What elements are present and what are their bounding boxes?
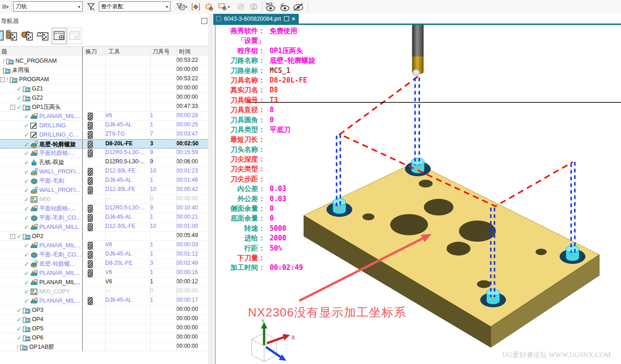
tree-row-NC_PROGRAM[interactable]: !NC_PROGRAM00:53:22: [0, 56, 208, 66]
tool-change-icon: [88, 141, 93, 149]
tool-change-icon: [88, 205, 93, 213]
tree-row-平面-毛刺_CO...[interactable]: ✓平面-毛刺_CO...DJ6-45-AL100:00:21: [0, 213, 208, 222]
check-icon: ✓: [24, 131, 29, 138]
hide-all-button[interactable]: [292, 1, 305, 12]
column-header-tool-number[interactable]: 刀具号: [152, 48, 170, 56]
tool-cell: D8-20L-FE: [105, 260, 150, 266]
row-label: GZ2: [32, 95, 43, 101]
wcs-orient-button[interactable]: [203, 1, 215, 12]
planar2-icon: [30, 251, 38, 258]
row-label: OP1压两头: [32, 103, 61, 111]
tool-number-cell: 1: [150, 121, 176, 128]
overlay-line: 转速：5000: [213, 224, 407, 233]
machining-method-view-button[interactable]: [36, 28, 50, 43]
tree-row-DRILLING_C...[interactable]: ✓DRILLING_C...ZT9-TG700:03:47: [0, 130, 208, 139]
tree-row-平面-毛刺_CO...[interactable]: ✓平面-毛刺_CO...DJ6-45-AL100:01:12: [0, 250, 208, 259]
show-only-button[interactable]: [235, 1, 247, 12]
tree-row-WALL_PROFI...[interactable]: ✓WALL_PROFI...D12-30L-FE1000:01:23: [0, 167, 208, 176]
tool-number-cell: 10: [150, 167, 176, 174]
tree-row-平面轮廓铣-...[interactable]: ✓平面轮廓铣-...D12R0.5-L30-...900:15:59: [0, 149, 208, 158]
reset-filter-button[interactable]: [85, 1, 97, 12]
close-window-button[interactable]: [67, 28, 82, 44]
tool-number-cell: 1: [150, 241, 176, 248]
tree-row-PLANAR_MIL...[interactable]: ✓PLANAR_MIL...DJ6-45-AL100:00:17: [0, 296, 208, 305]
program-order-view-button[interactable]: [0, 28, 4, 43]
column-header-tool[interactable]: 工具: [109, 48, 120, 56]
tree-row-底壁-轮廓螺...[interactable]: ✓底壁-轮廓螺...D8-20L-FE300:02:49: [0, 259, 208, 269]
column-header-tool-change[interactable]: 换刀: [85, 48, 97, 56]
time-cell: 00:10:40: [176, 204, 208, 211]
show-datum-button[interactable]: [278, 1, 291, 12]
close-tab-icon[interactable]: ×: [292, 16, 295, 22]
rect-target-button[interactable]: ▾: [216, 1, 232, 12]
tree-row-PLANAR_MIL...[interactable]: ✓PLANAR_MIL...V6100:00:03: [0, 241, 208, 250]
show-product-outline-button[interactable]: [247, 1, 259, 12]
tree-row-未用项[interactable]: 未用项00:00:00: [0, 66, 208, 75]
overlay-label: 底面余量：: [213, 214, 265, 223]
bottom-icon: [30, 141, 38, 148]
row-label: 孔铣-双旋: [39, 159, 64, 167]
tool-change-cell: [82, 296, 105, 305]
overlay-label: 刀路坐标：: [213, 66, 265, 76]
tool-change-cell: [82, 130, 105, 139]
tree-row-PLANAR_MILL[interactable]: ✓PLANAR_MILLD12-30L-FE1000:01:00: [0, 222, 208, 232]
tree-row-OP1压两头[interactable]: −✓OP1压两头00:47:33: [0, 102, 208, 112]
assembly-filter-dropdown[interactable]: 整个装配▾: [99, 1, 170, 12]
tool-change-cell: [82, 140, 105, 149]
fit-selection-button[interactable]: [190, 1, 202, 12]
view-filter-dropdown[interactable]: 刀轨▾: [13, 1, 83, 12]
tree-row-M00[interactable]: ✓M00---000:00:00: [0, 195, 208, 204]
check-icon: ✓: [24, 178, 29, 185]
cube-target-icon: [204, 2, 214, 12]
machine-tool-view-button[interactable]: [5, 28, 18, 43]
tool-change-icon: [88, 149, 93, 157]
filter-list-button[interactable]: ▾: [174, 1, 189, 12]
tree-row-GZ1[interactable]: ✓GZ100:00:00: [0, 84, 208, 93]
tree-row-GZ2[interactable]: ✓GZ200:00:00: [0, 93, 208, 102]
part-tab[interactable]: 6043-3-600820084.prt ×: [213, 14, 299, 24]
overlay-label: 刀路名称：: [213, 56, 265, 66]
expander-icon[interactable]: −: [0, 77, 5, 82]
tree-row-WALL_PROFI...[interactable]: ✓WALL_PROFI...D12-30L-FE1000:00:42: [0, 185, 208, 195]
show-mcs-button[interactable]: MCS: [264, 1, 277, 12]
row-label: PLANAR_MIL...: [39, 270, 80, 276]
folder-icon: [6, 58, 14, 65]
tree-row-OP1AB胶[interactable]: !OP1AB胶00:00:00: [0, 342, 208, 352]
expander-icon[interactable]: −: [10, 105, 15, 110]
tool-number-cell: 9: [150, 149, 176, 155]
time-cell: 00:00:00: [176, 287, 208, 294]
tree-row-M00_COPY[interactable]: ✓M00_COPY---000:00:00: [0, 287, 208, 296]
column-header-name[interactable]: 题: [1, 48, 7, 56]
column-header-time[interactable]: 时间: [179, 48, 191, 56]
tree-row-OP2[interactable]: −✓OP200:05:49: [0, 232, 208, 241]
tree-row-平面轮廓铣-...[interactable]: ✓平面轮廓铣-...D12R0.5-L30-...900:10:40: [0, 204, 208, 213]
check-icon: ✓: [24, 251, 29, 258]
panel-float-button[interactable]: [201, 18, 207, 24]
tool-change-cell: [82, 149, 105, 158]
tree-row-DRILLING[interactable]: ✓DRILLINGDJ6-45-AL100:00:25: [0, 121, 208, 130]
tree-row-PLANAR_MIL...[interactable]: ✓PLANAR_MIL...V6100:00:28: [0, 112, 208, 121]
time-cell: 00:00:42: [176, 186, 208, 192]
tool-tree-icon: [5, 29, 18, 42]
expander-icon[interactable]: −: [10, 234, 15, 239]
geometry-view-button[interactable]: [20, 28, 34, 43]
tree-row-PROGRAM[interactable]: −!PROGRAM00:53:22: [0, 75, 208, 84]
time-cell: 00:00:00: [176, 343, 208, 349]
tool-number-cell: 7: [150, 131, 176, 137]
tree-row-孔铣-双旋[interactable]: ✓孔铣-双旋D12R0.5-L30-...900:06:00: [0, 158, 208, 167]
tree-row-PLANAR_MIL...[interactable]: ✓PLANAR_MIL...V6100:00:12: [0, 278, 208, 287]
tree-row-平面-毛刺[interactable]: ✓平面-毛刺DJ6-45-AL100:01:46: [0, 176, 208, 185]
tool-change-cell: [82, 195, 105, 204]
tree-row-PLANAR_MIL...[interactable]: ✓PLANAR_MIL...V6100:00:16: [0, 269, 208, 278]
check-icon: ✓: [17, 233, 22, 240]
toolbar-overflow-button[interactable]: ▾: [0, 1, 11, 12]
time-cell: 00:00:28: [176, 112, 208, 119]
navigator-toolbar: [0, 27, 208, 45]
tree-row-OP4[interactable]: ✓OP400:00:00: [0, 315, 208, 324]
find-window-button[interactable]: [52, 28, 66, 44]
tree-row-OP3[interactable]: ✓OP300:00:00: [0, 305, 208, 315]
tree-row-OP6[interactable]: ✓OP600:00:00: [0, 333, 208, 342]
tree-row-OP5[interactable]: ✓OP500:00:00: [0, 324, 208, 333]
tree-row-底壁-轮廓螺旋[interactable]: ✓底壁-轮廓螺旋D8-20L-FE300:02:50: [0, 139, 208, 149]
time-cell: 00:00:25: [176, 121, 208, 128]
